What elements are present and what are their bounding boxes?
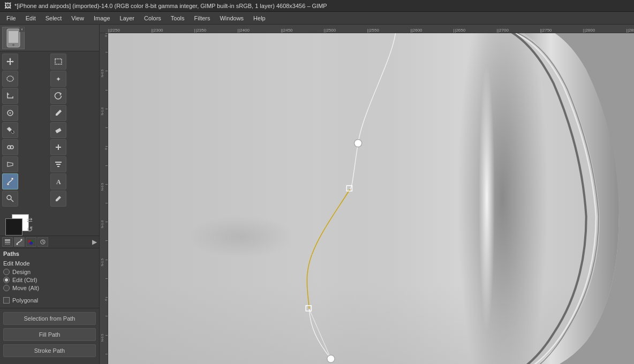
ruler-canvas: |2250|2300|2350|2400|2450|2500|2550|2600…	[108, 25, 634, 33]
move-tool-button[interactable]	[2, 54, 18, 70]
menu-select[interactable]: Select	[41, 14, 66, 22]
ruler-tick-line	[108, 29, 109, 33]
zoom-button[interactable]	[2, 191, 18, 207]
tool-grid: ✦	[0, 51, 99, 209]
ruler-tick-line	[152, 29, 152, 33]
svg-text:✦: ✦	[56, 75, 61, 83]
move-alt-label: Move (Alt)	[12, 285, 39, 291]
design-radio[interactable]	[3, 269, 10, 275]
fill-path-button[interactable]: Fill Path	[3, 328, 96, 341]
rotate-button[interactable]	[50, 88, 66, 104]
ruler-tick-line	[367, 29, 368, 33]
ruler-tick-line	[281, 29, 282, 33]
paths-tab-button[interactable]	[14, 237, 25, 247]
design-label: Design	[12, 269, 31, 275]
bucket-button[interactable]	[2, 122, 18, 138]
close-thumbnail-button[interactable]: ×	[19, 27, 25, 32]
text-button[interactable]: A	[50, 173, 66, 189]
design-mode-row[interactable]: Design	[3, 269, 96, 275]
selection-from-path-button[interactable]: Selection from Path	[3, 312, 96, 325]
stroke-path-button[interactable]: Stroke Path	[3, 344, 96, 357]
swap-colors-icon[interactable]: ⇄	[27, 216, 33, 224]
svg-text:A: A	[56, 178, 61, 186]
menu-edit[interactable]: Edit	[21, 14, 40, 22]
heal-button[interactable]	[50, 139, 66, 155]
paths-panel-title: Paths	[0, 248, 99, 258]
toolbox: × ✦	[0, 25, 100, 364]
ruler-vmark-label: N-0.5	[101, 183, 104, 191]
move-alt-radio[interactable]	[3, 285, 10, 291]
ruler-mark: |2550	[368, 28, 379, 33]
align-button[interactable]	[50, 156, 66, 172]
ruler-tick-line	[454, 29, 454, 33]
ruler-mark: |2700	[498, 28, 509, 33]
ruler-tick-line	[540, 29, 541, 33]
menu-help[interactable]: Help	[249, 14, 270, 22]
ruler-vmark-label: N-1.5	[101, 258, 104, 266]
polygonal-checkbox[interactable]	[3, 297, 10, 304]
ruler-mark: |2450	[282, 28, 293, 33]
menu-tools[interactable]: Tools	[167, 14, 189, 22]
image-thumbnail[interactable]: ×	[2, 27, 25, 49]
ruler-mark: |2500	[325, 28, 336, 33]
blur-button[interactable]	[2, 105, 18, 121]
ruler-vline	[105, 109, 108, 109]
tab-strip: ×	[0, 25, 99, 51]
ruler-vmark-label: 0	[104, 35, 107, 36]
svg-rect-12	[56, 164, 61, 165]
ruler-mark: |2850	[628, 28, 634, 33]
pencil-button[interactable]	[50, 105, 66, 121]
edit-mode-row[interactable]: Edit (Ctrl)	[3, 277, 96, 283]
edit-mode-label: Edit Mode	[3, 260, 96, 267]
ruler-vline	[105, 71, 108, 71]
ruler-mark: |2350	[195, 28, 206, 33]
svg-point-14	[7, 183, 9, 185]
eraser-button[interactable]	[50, 122, 66, 138]
menu-view[interactable]: View	[67, 14, 88, 22]
ruler-vmark-label: N-1.0	[101, 108, 104, 116]
layers-tab-button[interactable]	[2, 237, 13, 247]
move-mode-row[interactable]: Move (Alt)	[3, 285, 96, 291]
color-reset-icon[interactable]: ↺	[27, 225, 33, 233]
edit-mode-section: Edit Mode Design Edit (Ctrl) Move (Alt)	[0, 258, 99, 295]
edit-ctrl-radio[interactable]	[3, 277, 10, 283]
ruler-vline	[105, 33, 108, 34]
history-tab-button[interactable]	[37, 237, 48, 247]
photo-background	[108, 33, 634, 364]
ruler-vline	[105, 127, 108, 128]
fuzzy-select-button[interactable]: ✦	[50, 71, 66, 87]
ruler-vmark-label: N-0.5	[101, 70, 104, 78]
foreground-color-swatch[interactable]	[5, 218, 22, 236]
ruler-vline	[105, 184, 108, 185]
ruler-vmark-label: 0	[104, 148, 107, 150]
separator	[0, 308, 99, 308]
svg-rect-19	[5, 239, 10, 241]
ruler-vline	[105, 335, 108, 336]
polygonal-row[interactable]: Polygonal	[0, 295, 99, 306]
menu-layer[interactable]: Layer	[116, 14, 139, 22]
perspective-button[interactable]	[2, 156, 18, 172]
menu-image[interactable]: Image	[89, 14, 115, 22]
clone-button[interactable]	[2, 139, 18, 155]
menu-colors[interactable]: Colors	[140, 14, 165, 22]
menu-file[interactable]: File	[2, 14, 20, 22]
path-tool-button[interactable]	[2, 173, 18, 189]
panel-expand-icon[interactable]: ▶	[92, 238, 97, 246]
svg-point-22	[17, 244, 18, 245]
svg-point-7	[9, 112, 11, 114]
channels-tab-button[interactable]	[26, 237, 36, 247]
rect-select-button[interactable]	[50, 54, 66, 70]
canvas-content[interactable]	[108, 33, 634, 364]
ruler-top: |2250|2300|2350|2400|2450|2500|2550|2600…	[100, 25, 634, 33]
ruler-tick-line	[238, 29, 238, 33]
ruler-tick-line	[411, 29, 411, 33]
canvas-area[interactable]: |2250|2300|2350|2400|2450|2500|2550|2600…	[100, 25, 634, 364]
crop-button[interactable]	[2, 88, 18, 104]
ruler-vline	[105, 52, 108, 52]
ruler-tick-line	[497, 29, 497, 33]
ruler-tick-line	[324, 29, 324, 33]
scissors-button[interactable]	[2, 71, 18, 87]
menu-filters[interactable]: Filters	[190, 14, 215, 22]
menu-windows[interactable]: Windows	[215, 14, 248, 22]
color-picker-button[interactable]	[50, 191, 66, 207]
